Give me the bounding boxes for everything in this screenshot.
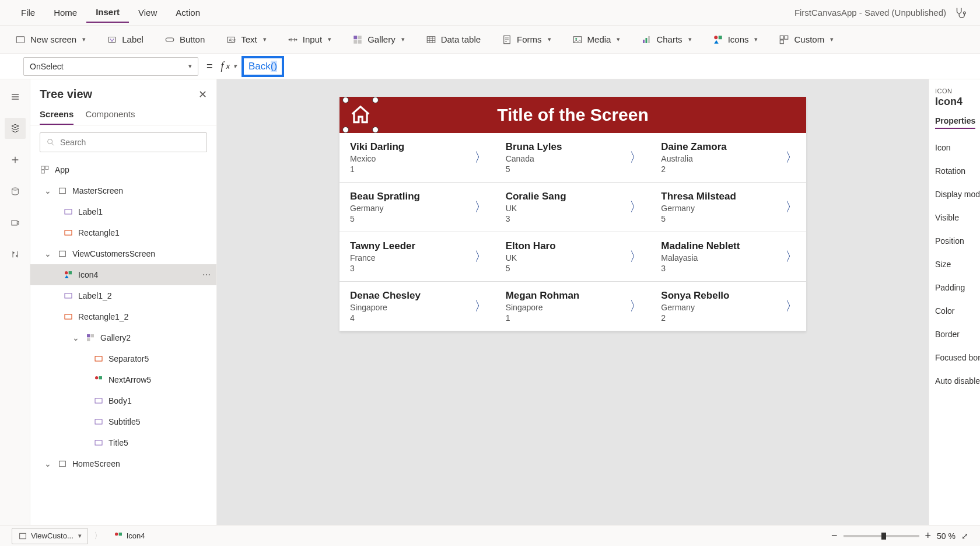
tree-node-label1[interactable]: Label1 — [30, 201, 216, 222]
next-arrow-icon[interactable]: 〉 — [474, 198, 487, 216]
rail-media[interactable] — [5, 212, 26, 233]
formula-input[interactable]: Back() — [242, 56, 284, 77]
gallery-item[interactable]: Viki Darling Mexico 1 〉 — [340, 133, 495, 183]
next-arrow-icon[interactable]: 〉 — [629, 298, 642, 315]
property-row[interactable]: Focused bor — [935, 353, 974, 362]
menu-file[interactable]: File — [12, 3, 44, 22]
rail-hamburger[interactable] — [5, 86, 26, 107]
next-arrow-icon[interactable]: 〉 — [629, 198, 642, 216]
fit-to-window-button[interactable]: ⤢ — [961, 531, 968, 541]
fx-icon[interactable]: fx▾ — [221, 60, 237, 72]
tree-node-subtitle5[interactable]: Subtitle5 — [30, 411, 216, 432]
tree-node-masterscreen[interactable]: ⌄ MasterScreen — [30, 180, 216, 201]
selection-handle[interactable] — [372, 127, 379, 133]
zoom-slider[interactable] — [844, 535, 919, 537]
tree-search-box[interactable] — [40, 132, 207, 152]
next-arrow-icon[interactable]: 〉 — [785, 149, 798, 166]
label-button[interactable]: Label — [103, 32, 147, 47]
zoom-slider-thumb[interactable] — [881, 533, 886, 540]
breadcrumb-control[interactable]: Icon4 — [108, 528, 151, 544]
gallery-item[interactable]: Beau Spratling Germany 5 〉 — [340, 183, 495, 232]
properties-tab[interactable]: Properties — [935, 116, 975, 129]
tree-node-title5[interactable]: Title5 — [30, 432, 216, 453]
media-button[interactable]: Media▾ — [569, 32, 624, 47]
charts-button[interactable]: Charts▾ — [638, 32, 695, 47]
tree-node-viewcustomers[interactable]: ⌄ ViewCustomersScreen — [30, 243, 216, 264]
gallery-item[interactable]: Bruna Lyles Canada 5 〉 — [495, 133, 651, 183]
next-arrow-icon[interactable]: 〉 — [474, 248, 487, 265]
rail-treeview[interactable] — [5, 118, 26, 139]
tree-node-homescreen[interactable]: ⌄ HomeScreen — [30, 453, 216, 474]
tree-node-rectangle1-2[interactable]: Rectangle1_2 — [30, 306, 216, 327]
button-button[interactable]: Button — [161, 32, 208, 47]
zoom-out-button[interactable]: − — [831, 530, 838, 542]
next-arrow-icon[interactable]: 〉 — [785, 198, 798, 216]
selection-handle[interactable] — [342, 127, 349, 133]
property-row[interactable]: Icon — [935, 143, 974, 152]
property-row[interactable]: Display mod — [935, 190, 974, 199]
screen-title-label[interactable]: Title of the Screen — [340, 105, 806, 125]
next-arrow-icon[interactable]: 〉 — [474, 298, 487, 315]
canvas-screen[interactable]: Title of the Screen Viki Darling Mexico … — [340, 97, 806, 331]
datatable-button[interactable]: Data table — [422, 32, 484, 47]
tree-node-label1-2[interactable]: Label1_2 — [30, 285, 216, 306]
property-row[interactable]: Rotation — [935, 166, 974, 176]
tree-node-gallery2[interactable]: ⌄ Gallery2 — [30, 327, 216, 348]
breadcrumb-screen[interactable]: ViewCusto... ▾ — [12, 528, 88, 544]
next-arrow-icon[interactable]: 〉 — [474, 149, 487, 166]
tree-node-app[interactable]: App — [30, 159, 216, 180]
tree-search-input[interactable] — [60, 138, 201, 147]
more-icon[interactable]: ⋯ — [202, 270, 211, 279]
menu-insert[interactable]: Insert — [86, 2, 129, 23]
property-row[interactable]: Position — [935, 236, 974, 246]
rail-advanced[interactable] — [5, 244, 26, 265]
gallery-item[interactable]: Thresa Milstead Germany 5 〉 — [650, 183, 806, 232]
gallery-control[interactable]: Viki Darling Mexico 1 〉 Bruna Lyles Cana… — [340, 133, 806, 331]
property-row[interactable]: Border — [935, 330, 974, 339]
gallery-item[interactable]: Madaline Neblett Malayasia 3 〉 — [650, 232, 806, 282]
gallery-item[interactable]: Denae Chesley Singapore 4 〉 — [340, 282, 495, 331]
property-row[interactable]: Color — [935, 306, 974, 316]
next-arrow-icon[interactable]: 〉 — [629, 248, 642, 265]
rail-add[interactable] — [5, 149, 26, 170]
gallery-button[interactable]: Gallery▾ — [349, 32, 408, 47]
selection-handle[interactable] — [372, 97, 379, 103]
property-row[interactable]: Visible — [935, 213, 974, 222]
gallery-item[interactable]: Tawny Leeder France 3 〉 — [340, 232, 495, 282]
canvas[interactable]: Title of the Screen Viki Darling Mexico … — [217, 79, 929, 525]
custom-button[interactable]: Custom▾ — [775, 32, 837, 47]
input-button[interactable]: Input▾ — [284, 32, 335, 47]
forms-button[interactable]: Forms▾ — [498, 32, 555, 47]
next-arrow-icon[interactable]: 〉 — [629, 149, 642, 166]
zoom-in-button[interactable]: + — [925, 530, 932, 542]
gallery-item[interactable]: Sonya Rebello Germany 2 〉 — [650, 282, 806, 331]
menu-home[interactable]: Home — [44, 3, 86, 22]
next-arrow-icon[interactable]: 〉 — [785, 298, 798, 315]
app-checker-icon[interactable] — [952, 5, 968, 21]
menu-view[interactable]: View — [129, 3, 166, 22]
tree-node-icon4[interactable]: Icon4 ⋯ — [30, 264, 216, 285]
next-arrow-icon[interactable]: 〉 — [785, 248, 798, 265]
tree-node-body1[interactable]: Body1 — [30, 390, 216, 411]
rail-data[interactable] — [5, 181, 26, 202]
menu-action[interactable]: Action — [166, 3, 209, 22]
gallery-item[interactable]: Coralie Sang UK 3 〉 — [495, 183, 651, 232]
tab-screens[interactable]: Screens — [40, 109, 74, 125]
tab-components[interactable]: Components — [85, 109, 135, 125]
property-row[interactable]: Padding — [935, 283, 974, 292]
property-row[interactable]: Size — [935, 260, 974, 269]
tree-node-rectangle1[interactable]: Rectangle1 — [30, 222, 216, 243]
property-row[interactable]: Auto disable — [935, 376, 974, 386]
new-screen-button[interactable]: New screen▾ — [12, 32, 89, 47]
close-icon[interactable]: ✕ — [198, 88, 207, 101]
gallery-item[interactable]: Daine Zamora Australia 2 〉 — [650, 133, 806, 183]
text-button[interactable]: Abc Text▾ — [222, 32, 270, 47]
property-selector[interactable]: OnSelect ▾ — [23, 57, 198, 76]
icons-button[interactable]: Icons▾ — [709, 32, 762, 47]
tree-node-separator5[interactable]: Separator5 — [30, 348, 216, 369]
selected-home-icon[interactable] — [344, 99, 377, 131]
gallery-item[interactable]: Elton Haro UK 5 〉 — [495, 232, 651, 282]
tree-node-nextarrow5[interactable]: NextArrow5 — [30, 369, 216, 390]
gallery-item[interactable]: Megan Rohman Singapore 1 〉 — [495, 282, 651, 331]
selection-handle[interactable] — [342, 97, 349, 103]
